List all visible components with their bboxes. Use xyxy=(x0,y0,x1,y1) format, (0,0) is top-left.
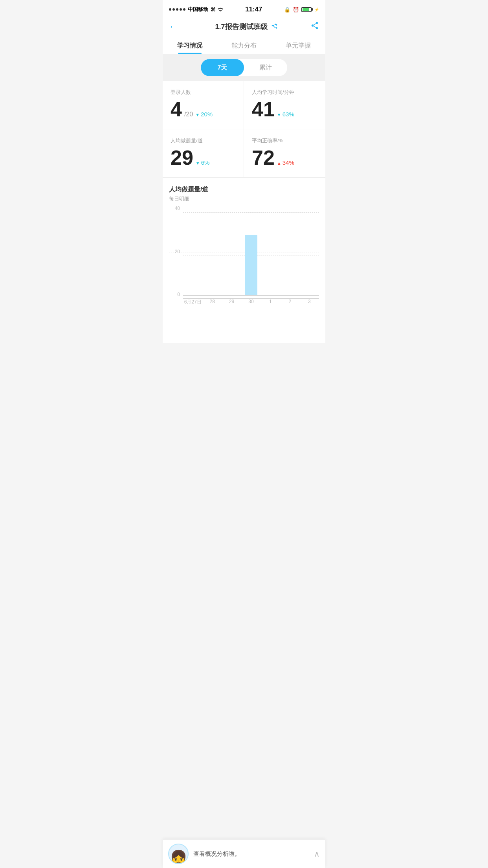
battery-icon xyxy=(301,7,312,12)
carrier-label: 中国移动 xyxy=(188,6,208,13)
chart-section: 人均做题量/道 每日明细 40 20 0 6月27日282930123 xyxy=(163,178,325,343)
bar-group-0 xyxy=(183,209,202,295)
stats-change-accuracy: 34% xyxy=(277,159,294,166)
chart-bars xyxy=(183,209,319,295)
chart-area: 40 20 0 xyxy=(169,209,319,295)
status-left: 中国移动 ⌘ xyxy=(169,6,224,13)
bar-group-6 xyxy=(300,209,319,295)
arrow-down-questions xyxy=(196,159,200,166)
y-label-0: 0 xyxy=(169,292,180,297)
x-label-5: 2 xyxy=(280,299,299,305)
stats-change-login: 20% xyxy=(195,111,213,118)
shuffle-icon[interactable] xyxy=(271,23,279,31)
x-label-4: 1 xyxy=(261,299,280,305)
stats-cell-studytime: 人均学习时间/分钟 41 63% xyxy=(244,81,325,129)
stats-change-studytime: 63% xyxy=(277,111,294,118)
arrow-down-login xyxy=(195,111,200,118)
stats-value-studytime: 41 xyxy=(252,99,275,120)
status-bar: 中国移动 ⌘ 11:47 🔒 ⏰ ⚡ xyxy=(163,0,325,17)
stats-value-row-login: 4 /20 20% xyxy=(171,99,236,120)
nav-bar: ← 1.7报告测试班级 xyxy=(163,17,325,36)
toggle-7days[interactable]: 7天 xyxy=(201,59,244,76)
stats-value-row-questions: 29 6% xyxy=(171,147,236,168)
x-label-3: 30 xyxy=(241,299,261,305)
bar-group-1 xyxy=(202,209,222,295)
signal-dots xyxy=(169,8,185,11)
stats-value-questions: 29 xyxy=(171,147,193,168)
x-label-6: 3 xyxy=(300,299,319,305)
stats-value-accuracy: 72 xyxy=(252,147,275,168)
stats-value-row-accuracy: 72 34% xyxy=(252,147,317,168)
tab-bar: 学习情况 能力分布 单元掌握 xyxy=(163,36,325,54)
back-button[interactable]: ← xyxy=(169,22,183,32)
y-label-40: 40 xyxy=(169,206,180,211)
stats-label-studytime: 人均学习时间/分钟 xyxy=(252,89,317,96)
tab-ability[interactable]: 能力分布 xyxy=(217,36,271,54)
stats-grid: 登录人数 4 /20 20% 人均学习时间/分钟 41 63% 人均做题量/道 … xyxy=(163,81,325,178)
bar-group-3 xyxy=(241,209,261,295)
bar-group-2 xyxy=(222,209,241,295)
x-label-1: 28 xyxy=(202,299,222,305)
grid-line-0: 0 xyxy=(169,295,319,299)
page-title: 1.7报告测试班级 xyxy=(215,22,267,31)
battery-bolt: ⚡ xyxy=(314,7,319,12)
toggle-bar: 7天 累计 xyxy=(163,54,325,81)
stats-label-accuracy: 平均正确率/% xyxy=(252,137,317,144)
bar-group-5 xyxy=(280,209,299,295)
x-label-2: 29 xyxy=(222,299,241,305)
period-toggle: 7天 累计 xyxy=(201,59,287,76)
stats-change-questions: 6% xyxy=(196,159,210,166)
wifi-icon: ⌘ xyxy=(211,7,224,13)
alarm-icon: ⏰ xyxy=(293,7,299,13)
stats-cell-accuracy: 平均正确率/% 72 34% xyxy=(244,129,325,177)
tab-learning[interactable]: 学习情况 xyxy=(163,36,217,54)
y-label-20: 20 xyxy=(169,249,180,254)
bar-group-4 xyxy=(261,209,280,295)
x-label-0: 6月27日 xyxy=(183,299,202,305)
stats-value-row-studytime: 41 63% xyxy=(252,99,317,120)
toggle-cumulative[interactable]: 累计 xyxy=(244,59,287,76)
stats-cell-questions: 人均做题量/道 29 6% xyxy=(163,129,244,177)
stats-label-login: 登录人数 xyxy=(171,89,236,96)
stats-value-login: 4 xyxy=(171,99,182,120)
stats-label-questions: 人均做题量/道 xyxy=(171,137,236,144)
bar-3 xyxy=(245,235,257,295)
chart-subtitle: 每日明细 xyxy=(169,195,319,202)
lock-icon: 🔒 xyxy=(284,7,290,13)
tab-unit[interactable]: 单元掌握 xyxy=(271,36,325,54)
status-time: 11:47 xyxy=(245,6,262,13)
arrow-down-studytime xyxy=(277,111,281,118)
stats-sub-login: /20 xyxy=(184,111,193,118)
status-right: 🔒 ⏰ ⚡ xyxy=(284,7,319,13)
nav-title: 1.7报告测试班级 xyxy=(215,22,278,31)
stats-cell-login: 登录人数 4 /20 20% xyxy=(163,81,244,129)
arrow-up-accuracy xyxy=(277,159,281,166)
chart-title: 人均做题量/道 xyxy=(169,186,319,194)
share-button[interactable] xyxy=(310,21,319,32)
